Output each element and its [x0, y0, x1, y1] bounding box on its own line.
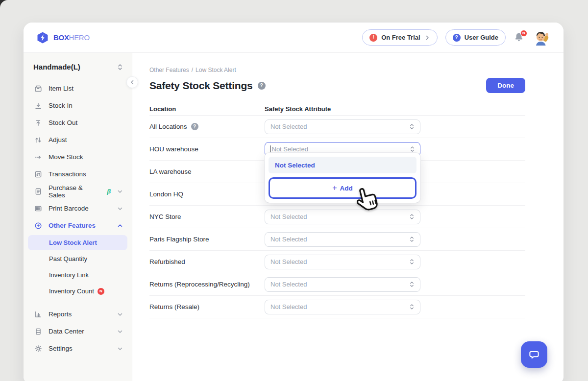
notifications-button[interactable]: N — [514, 32, 525, 44]
chevron-left-icon — [130, 80, 135, 85]
table-row: All Locations? Not Selected — [149, 116, 525, 138]
notification-count-badge: N — [520, 30, 527, 37]
table-row: Returns (Reprocessing/Recycling) Not Sel… — [149, 273, 525, 296]
trial-label: On Free Trial — [381, 34, 420, 41]
select-arrows-icon — [409, 236, 415, 242]
sidebar-subitem-past-quantity[interactable]: Past Quantity — [28, 251, 127, 266]
column-attribute: Safety Stock Attribute — [265, 105, 331, 113]
breadcrumb: Other Features/Low Stock Alert — [149, 67, 525, 73]
table-row: Refurbished Not Selected — [149, 251, 525, 273]
sidebar-item-label: Move Stock — [49, 153, 83, 161]
sidebar-item-stock-in[interactable]: Stock In — [24, 97, 132, 114]
sidebar-subitem-inventory-link[interactable]: Inventory Link — [28, 267, 127, 283]
transactions-icon — [34, 170, 42, 178]
plus-circle-icon — [34, 222, 42, 230]
sidebar-item-print-barcode[interactable]: Print Barcode — [24, 200, 132, 217]
breadcrumb-parent[interactable]: Other Features — [149, 67, 189, 73]
sidebar-item-label: Print Barcode — [49, 205, 89, 212]
select-value: Not Selected — [270, 236, 307, 243]
title-help-icon[interactable]: ? — [258, 82, 266, 90]
sidebar: Handmade(L) Item List Stock In Stock Out… — [24, 53, 132, 381]
user-avatar[interactable] — [533, 29, 551, 47]
chevron-down-icon — [117, 311, 123, 317]
beta-badge: β — [107, 188, 111, 195]
row-help-icon[interactable]: ? — [191, 123, 198, 130]
dropdown-option-label: Not Selected — [275, 162, 315, 169]
bar-chart-icon — [34, 310, 42, 318]
sidebar-item-item-list[interactable]: Item List — [24, 80, 132, 97]
select-value: Not Selected — [270, 213, 307, 220]
select-value: Not Selected — [270, 281, 307, 288]
sidebar-item-move-stock[interactable]: Move Stock — [24, 148, 132, 166]
workspace-select-icon — [117, 64, 123, 71]
select-value: Not Selected — [270, 258, 307, 265]
dropdown-add-button[interactable]: +Add — [269, 177, 416, 199]
select-arrows-icon — [409, 281, 415, 287]
location-label: Refurbished — [149, 258, 185, 265]
sidebar-item-label: Transactions — [49, 170, 86, 178]
top-bar: BOXHERO ! On Free Trial ? User Guide N — [24, 23, 564, 53]
chevron-up-icon — [117, 223, 123, 229]
document-icon — [34, 188, 42, 195]
boxhero-logo[interactable]: BOXHERO — [36, 31, 90, 44]
main-content: Other Features/Low Stock Alert Safety St… — [132, 53, 564, 381]
sidebar-item-transactions[interactable]: Transactions — [24, 166, 132, 183]
sidebar-item-label: Stock In — [49, 102, 73, 109]
sidebar-item-settings[interactable]: Settings — [24, 340, 132, 357]
location-label: Paris Flagship Store — [149, 236, 209, 243]
sidebar-item-label: Purchase & Sales — [49, 184, 99, 199]
sidebar-subitem-inventory-count[interactable]: Inventory Count N — [28, 284, 127, 299]
workspace-switcher[interactable]: Handmade(L) — [24, 61, 132, 76]
sidebar-item-label: Item List — [49, 85, 74, 92]
done-button[interactable]: Done — [486, 78, 525, 93]
attribute-select[interactable]: Not Selected — [265, 277, 420, 292]
free-trial-button[interactable]: ! On Free Trial — [362, 29, 437, 46]
sidebar-item-stock-out[interactable]: Stock Out — [24, 114, 132, 131]
attribute-select[interactable]: Not Selected — [265, 255, 420, 269]
guide-label: User Guide — [465, 34, 498, 41]
sidebar-item-data-center[interactable]: Data Center — [24, 323, 132, 340]
breadcrumb-current[interactable]: Low Stock Alert — [196, 67, 236, 73]
table-row: Paris Flagship Store Not Selected — [149, 228, 525, 251]
attribute-select[interactable]: Not Selected — [265, 300, 420, 314]
chat-launcher-button[interactable] — [521, 341, 547, 368]
sidebar-item-other-features[interactable]: Other Features — [24, 217, 132, 234]
sidebar-item-label: Stock Out — [49, 119, 77, 126]
attribute-select[interactable]: Not Selected — [265, 210, 420, 224]
sidebar-item-label: Adjust — [49, 136, 67, 143]
up-down-arrows-icon — [34, 136, 42, 144]
gear-icon — [34, 345, 42, 353]
new-badge: N — [98, 288, 104, 295]
arrow-up-out-icon — [34, 119, 42, 127]
box-icon — [34, 85, 42, 93]
app-window: BOXHERO ! On Free Trial ? User Guide N — [24, 23, 564, 381]
arrow-right-icon — [34, 153, 42, 161]
attribute-dropdown: Not Selected +Add — [265, 153, 420, 203]
select-value: Not Selected — [270, 123, 307, 130]
location-label: All Locations — [149, 123, 187, 130]
breadcrumb-separator: / — [192, 67, 193, 73]
sidebar-item-reports[interactable]: Reports — [24, 306, 132, 323]
sidebar-item-label: Other Features — [49, 222, 96, 229]
sidebar-item-adjust[interactable]: Adjust — [24, 131, 132, 148]
column-location: Location — [149, 105, 265, 113]
dropdown-option-not-selected[interactable]: Not Selected — [269, 157, 416, 173]
select-value: Not Selected — [270, 303, 307, 310]
user-guide-button[interactable]: ? User Guide — [445, 29, 506, 46]
sidebar-collapse-button[interactable] — [126, 76, 138, 88]
plus-icon: + — [332, 184, 337, 192]
select-arrows-icon — [409, 304, 415, 310]
page-title: Safety Stock Settings — [149, 80, 253, 92]
sidebar-subitem-low-stock-alert[interactable]: Low Stock Alert — [28, 235, 127, 250]
text-caret — [270, 145, 271, 153]
location-label: Returns (Reprocessing/Recycling) — [149, 281, 250, 288]
select-arrows-icon — [409, 259, 415, 265]
attribute-select[interactable]: Not Selected — [265, 119, 420, 134]
sidebar-item-purchase-sales[interactable]: Purchase & Sales β — [24, 183, 132, 200]
select-arrows-icon — [409, 214, 415, 220]
location-label: London HQ — [149, 190, 183, 198]
sidebar-item-label: Data Center — [49, 328, 84, 335]
boxhero-hexagon-icon — [36, 31, 49, 44]
attribute-select[interactable]: Not Selected — [265, 232, 420, 247]
add-label: Add — [340, 185, 353, 192]
